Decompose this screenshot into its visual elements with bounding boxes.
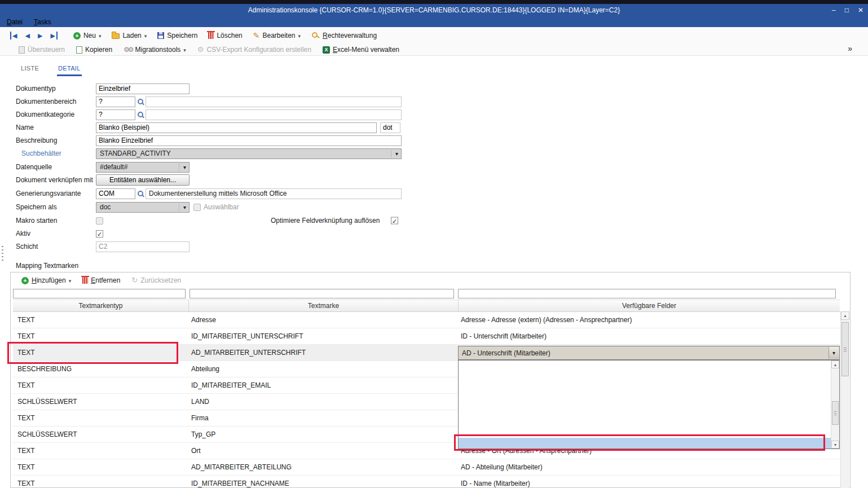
menu-datei[interactable]: Datei — [7, 18, 23, 26]
speichern-als-select[interactable]: doc — [96, 202, 190, 213]
close-button[interactable]: ✕ — [858, 4, 863, 16]
verfuegbare-felder-combobox[interactable]: AD - Unterschrift (Mitarbeiter) — [458, 346, 840, 360]
cell-verfuegbare-felder[interactable]: ID - Name (Mitarbeiter) — [459, 476, 840, 488]
auswaehlbar-checkbox[interactable] — [193, 204, 201, 211]
menu-tasks[interactable]: Tasks — [34, 18, 51, 26]
name-extension-field[interactable] — [380, 122, 400, 133]
next-record-icon[interactable] — [38, 32, 42, 39]
entitaeten-auswaehlen-button[interactable]: Entitäten auswählen... — [96, 174, 190, 186]
first-record-icon[interactable] — [10, 32, 17, 39]
cell-textmarke[interactable]: Abteilung — [189, 361, 459, 377]
cell-textmarkentyp[interactable]: SCHLÜSSELWERT — [13, 427, 189, 442]
search-icon[interactable] — [138, 99, 144, 105]
dropdown-item[interactable] — [459, 405, 831, 416]
dropdown-item[interactable] — [459, 383, 831, 394]
scroll-up-icon[interactable] — [841, 311, 849, 320]
bearbeiten-button[interactable]: Bearbeiten — [250, 30, 303, 41]
table-row[interactable]: TEXT ID_MITARBEITER_NACHNAME ID - Name (… — [13, 476, 840, 488]
toolbar-overflow-icon[interactable] — [848, 44, 852, 53]
dokumentkategorie-input[interactable] — [96, 109, 135, 120]
uebersteuern-button[interactable]: Übersteuern — [16, 45, 68, 55]
dropdown-item[interactable] — [459, 394, 831, 405]
splitter-handle[interactable] — [2, 246, 3, 263]
csv-export-button[interactable]: CSV-Export Konfiguration erstellen — [195, 45, 314, 55]
neu-button[interactable]: Neu — [71, 30, 104, 41]
table-scrollbar[interactable] — [840, 311, 849, 488]
previous-record-icon[interactable] — [25, 32, 29, 39]
table-scrollbar-thumb[interactable] — [841, 322, 849, 376]
search-icon[interactable] — [138, 112, 144, 118]
cell-textmarke[interactable]: Adresse — [189, 312, 459, 328]
optimiere-checkbox[interactable] — [391, 217, 398, 225]
column-header-textmarkentyp[interactable]: Textmarkentyp — [13, 300, 189, 311]
cell-textmarke[interactable]: ID_MITARBEITER_EMAIL — [189, 377, 459, 393]
cell-textmarkentyp[interactable]: SCHLÜSSELWERT — [13, 394, 189, 410]
cell-textmarkentyp[interactable]: TEXT — [13, 410, 189, 426]
cell-textmarke[interactable]: ID_MITARBEITER_UNTERSCHRIFT — [189, 328, 459, 344]
chevron-down-icon[interactable] — [69, 276, 72, 284]
filter-verfuegbare-felder-input[interactable] — [458, 289, 836, 298]
cell-verfuegbare-felder[interactable]: Adresse - Adresse (extern) (Adressen - A… — [459, 312, 840, 328]
cell-textmarke[interactable]: AD_MITARBEITER_UNTERSCHRIFT — [189, 345, 459, 360]
laden-button[interactable]: Laden — [109, 30, 149, 41]
tab-detail[interactable]: DETAIL — [57, 63, 82, 76]
cell-textmarkentyp[interactable]: TEXT — [13, 377, 189, 393]
cell-verfuegbare-felder[interactable]: ID - Unterschrift (Mitarbeiter) — [459, 328, 840, 344]
chevron-down-icon[interactable] — [99, 32, 102, 39]
rechteverwaltung-button[interactable]: Rechteverwaltung — [309, 30, 380, 41]
cell-textmarkentyp[interactable]: TEXT — [13, 443, 189, 459]
suchbehaelter-select[interactable]: STANDARD_ACTIVITY — [96, 148, 402, 159]
dropdown-scrollbar-thumb[interactable] — [832, 401, 839, 425]
cell-textmarkentyp[interactable]: TEXT — [13, 328, 189, 344]
aktiv-checkbox[interactable] — [96, 230, 103, 238]
cell-textmarke[interactable]: Typ_GP — [189, 427, 459, 442]
dropdown-item[interactable] — [459, 416, 831, 427]
cell-textmarkentyp[interactable]: TEXT — [13, 459, 189, 475]
hinzufuegen-button[interactable]: Hinzufügen — [19, 275, 74, 285]
migrationstools-button[interactable]: Migrationstools — [121, 45, 189, 55]
cell-textmarke[interactable]: Firma — [189, 410, 459, 426]
dropdown-item[interactable] — [459, 438, 831, 449]
makro-starten-checkbox[interactable] — [96, 217, 103, 225]
entfernen-button[interactable]: Entfernen — [80, 275, 123, 285]
cell-textmarke[interactable]: Ort — [189, 443, 459, 459]
table-row[interactable]: TEXT Adresse Adresse - Adresse (extern) … — [13, 312, 840, 328]
table-row[interactable]: TEXT AD_MITARBEITER_ABTEILUNG AD - Abtei… — [13, 459, 840, 476]
filter-textmarke-input[interactable] — [190, 289, 454, 298]
dropdown-item[interactable] — [459, 427, 831, 438]
loeschen-button[interactable]: Löschen — [205, 30, 245, 41]
tab-liste[interactable]: LISTE — [20, 63, 40, 76]
dokumentenbereich-input[interactable] — [96, 96, 135, 107]
chevron-down-icon[interactable] — [183, 46, 186, 54]
speichern-button[interactable]: Speichern — [155, 30, 200, 41]
dropdown-scrollbar[interactable] — [831, 360, 839, 449]
cell-textmarke[interactable]: LAND — [189, 394, 459, 410]
dropdown-item[interactable] — [459, 360, 831, 372]
chevron-down-icon[interactable] — [298, 32, 301, 39]
combobox-dropdown-button[interactable] — [829, 347, 839, 359]
minimize-button[interactable]: – — [832, 4, 836, 16]
scroll-down-icon[interactable] — [831, 441, 839, 449]
name-input[interactable] — [96, 122, 377, 133]
maximize-button[interactable]: □ — [845, 4, 849, 16]
dokumenttyp-input[interactable] — [96, 83, 190, 94]
table-row[interactable]: TEXT ID_MITARBEITER_UNTERSCHRIFT ID - Un… — [13, 328, 840, 345]
search-icon[interactable] — [138, 191, 144, 197]
filter-textmarkentyp-input[interactable] — [13, 289, 186, 298]
beschreibung-input[interactable] — [96, 135, 402, 146]
generierungsvariante-input[interactable] — [96, 188, 135, 199]
cell-textmarkentyp[interactable]: TEXT — [13, 476, 189, 488]
cell-textmarkentyp[interactable]: TEXT — [13, 312, 189, 328]
cell-verfuegbare-felder[interactable]: AD - Abteilung (Mitarbeiter) — [459, 459, 840, 475]
titlebar[interactable]: Administrationskonsole {CURSOR-CRM=1.0}{… — [0, 4, 868, 16]
scroll-up-icon[interactable] — [831, 360, 839, 368]
cell-textmarke[interactable]: ID_MITARBEITER_NACHNAME — [189, 476, 459, 488]
cell-textmarkentyp[interactable]: TEXT — [13, 345, 189, 360]
column-header-verfuegbare-felder[interactable]: Verfügbare Felder — [459, 300, 840, 311]
column-header-textmarke[interactable]: Textmarke — [189, 300, 459, 311]
excel-menu-verwalten-button[interactable]: Excel-Menü verwalten — [320, 45, 402, 55]
datenquelle-select[interactable]: #default# — [96, 162, 190, 173]
kopieren-button[interactable]: Kopieren — [73, 45, 115, 55]
cell-textmarkentyp[interactable]: BESCHREIBUNG — [13, 361, 189, 377]
last-record-icon[interactable] — [50, 32, 57, 39]
